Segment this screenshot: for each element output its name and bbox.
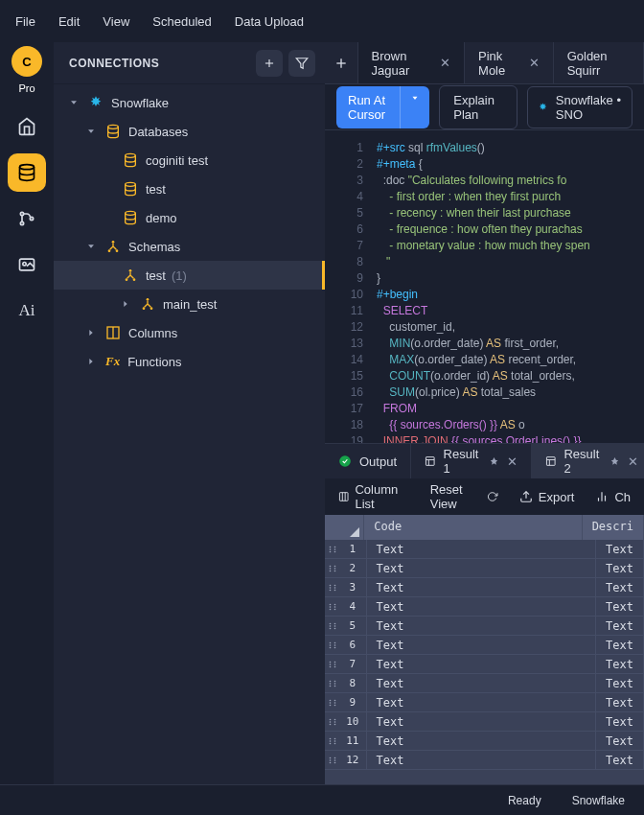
close-icon[interactable]: ✕	[529, 56, 540, 70]
rail-ai-icon[interactable]: Ai	[8, 291, 46, 330]
cell-code[interactable]: Text	[367, 732, 597, 750]
connection-selector[interactable]: Snowflake • SNO	[527, 86, 632, 128]
explain-plan-button[interactable]: Explain Plan	[439, 85, 517, 129]
tree-item-schemas[interactable]: Schemas	[54, 232, 325, 261]
table-row[interactable]: 4TextText	[325, 597, 644, 617]
drag-handle-icon[interactable]	[325, 732, 339, 750]
cell-code[interactable]: Text	[367, 578, 597, 596]
tree-item-coginiti-test[interactable]: coginiti test	[54, 146, 325, 175]
cell-code[interactable]: Text	[367, 751, 597, 769]
svg-point-57	[329, 570, 331, 571]
table-row[interactable]: 9TextText	[325, 693, 644, 712]
result-tab[interactable]: Result 2✕	[532, 444, 644, 478]
new-tab-button[interactable]	[325, 42, 358, 83]
table-row[interactable]: 11TextText	[325, 732, 644, 751]
cell-desc[interactable]: Text	[596, 617, 644, 635]
tree-item-snowflake[interactable]: Snowflake	[54, 88, 325, 117]
drag-handle-icon[interactable]	[325, 540, 339, 558]
drag-handle-icon[interactable]	[325, 712, 339, 731]
cell-code[interactable]: Text	[367, 693, 597, 711]
close-icon[interactable]: ✕	[507, 454, 518, 469]
cell-code[interactable]: Text	[367, 712, 597, 731]
query-tab[interactable]: Pink Mole✕	[465, 42, 554, 83]
tree-item-columns[interactable]: Columns	[54, 318, 325, 347]
cell-code[interactable]: Text	[367, 559, 597, 577]
rail-media-icon[interactable]	[8, 245, 46, 284]
menu-view[interactable]: View	[103, 14, 129, 29]
add-connection-button[interactable]	[256, 50, 283, 77]
cell-desc[interactable]: Text	[596, 597, 644, 616]
rail-branch-icon[interactable]	[8, 199, 46, 238]
output-tab[interactable]: Output	[325, 444, 411, 478]
tree-item-main_test[interactable]: main_test	[54, 290, 325, 318]
cell-code[interactable]: Text	[367, 674, 597, 692]
tree-item-test[interactable]: test	[54, 175, 325, 203]
table-row[interactable]: 12TextText	[325, 751, 644, 770]
cell-desc[interactable]: Text	[596, 540, 644, 558]
tree-item-demo[interactable]: demo	[54, 203, 325, 232]
drag-handle-icon[interactable]	[325, 597, 339, 616]
export-button[interactable]: Export	[519, 490, 575, 504]
grid-corner[interactable]	[325, 515, 364, 540]
pin-icon[interactable]	[610, 456, 620, 467]
table-row[interactable]: 8TextText	[325, 674, 644, 693]
cell-desc[interactable]: Text	[596, 751, 644, 769]
drag-handle-icon[interactable]	[325, 674, 339, 692]
drag-handle-icon[interactable]	[325, 617, 339, 635]
menu-file[interactable]: File	[15, 14, 35, 29]
tree-item-databases[interactable]: Databases	[54, 117, 325, 146]
grid-header-desc[interactable]: Descri	[583, 515, 644, 540]
drag-handle-icon[interactable]	[325, 655, 339, 673]
column-list-button[interactable]: Column List	[338, 482, 409, 511]
cell-desc[interactable]: Text	[596, 655, 644, 673]
svg-point-77	[329, 641, 331, 643]
close-icon[interactable]: ✕	[440, 56, 450, 70]
query-tab[interactable]: Brown Jaguar✕	[358, 42, 465, 83]
rail-database-icon[interactable]	[8, 153, 46, 192]
close-icon[interactable]: ✕	[628, 454, 638, 469]
cell-desc[interactable]: Text	[596, 732, 644, 750]
query-tab[interactable]: Golden Squirr	[554, 42, 644, 83]
table-row[interactable]: 10TextText	[325, 712, 644, 732]
table-row[interactable]: 7TextText	[325, 655, 644, 674]
rail-home-icon[interactable]	[8, 107, 46, 146]
pin-icon[interactable]	[489, 456, 499, 467]
code-area[interactable]: #+src sql rfmValues()#+meta { :doc "Calc…	[377, 140, 644, 443]
cell-desc[interactable]: Text	[596, 674, 644, 692]
cell-code[interactable]: Text	[367, 540, 597, 558]
reset-view-button[interactable]: Reset View	[430, 482, 498, 511]
run-at-cursor-button[interactable]: Run At Cursor	[336, 86, 400, 128]
cell-code[interactable]: Text	[367, 617, 597, 635]
drag-handle-icon[interactable]	[325, 636, 339, 654]
row-number: 9	[339, 693, 366, 711]
cell-code[interactable]: Text	[367, 655, 597, 673]
cell-desc[interactable]: Text	[596, 559, 644, 577]
chart-button[interactable]: Ch	[595, 490, 631, 504]
grid-header-code[interactable]: Code	[364, 515, 582, 540]
cell-desc[interactable]: Text	[596, 712, 644, 731]
table-row[interactable]: 6TextText	[325, 636, 644, 655]
table-row[interactable]: 5TextText	[325, 617, 644, 636]
table-row[interactable]: 1TextText	[325, 540, 644, 559]
cell-desc[interactable]: Text	[596, 693, 644, 711]
code-editor[interactable]: 1234567891011121314151617181920212223 #+…	[325, 130, 644, 443]
filter-connections-button[interactable]	[288, 50, 315, 77]
menu-scheduled[interactable]: Scheduled	[152, 14, 211, 29]
table-row[interactable]: 3TextText	[325, 578, 644, 597]
cell-code[interactable]: Text	[367, 636, 597, 654]
cell-desc[interactable]: Text	[596, 636, 644, 654]
result-tab[interactable]: Result 1✕	[411, 444, 532, 478]
menu-data-upload[interactable]: Data Upload	[235, 14, 304, 29]
drag-handle-icon[interactable]	[325, 559, 339, 577]
drag-handle-icon[interactable]	[325, 751, 339, 769]
tree-item-test[interactable]: test(1)	[54, 261, 325, 290]
cell-code[interactable]: Text	[367, 597, 597, 616]
cell-desc[interactable]: Text	[596, 578, 644, 596]
drag-handle-icon[interactable]	[325, 693, 339, 711]
result-grid[interactable]: Code Descri 1TextText2TextText3TextText4…	[325, 515, 644, 784]
drag-handle-icon[interactable]	[325, 578, 339, 596]
menu-edit[interactable]: Edit	[58, 14, 80, 29]
tree-item-functions[interactable]: FxFunctions	[54, 347, 325, 376]
table-row[interactable]: 2TextText	[325, 559, 644, 578]
run-dropdown-button[interactable]	[400, 86, 429, 128]
